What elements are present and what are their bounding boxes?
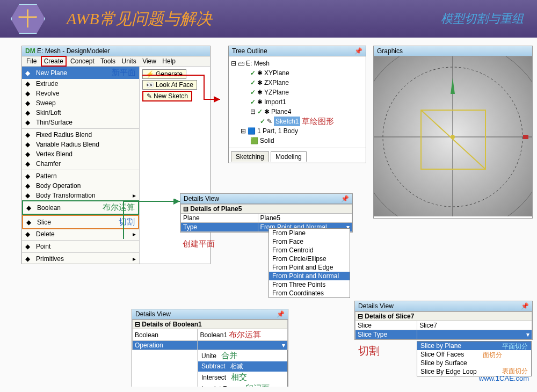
tree-solid[interactable]: Solid <box>260 136 274 146</box>
tree-plane4[interactable]: Plane4 <box>271 107 291 117</box>
tree-item[interactable]: ✓ ✱ ZXPlane <box>231 78 364 88</box>
graphics-panel: Graphics <box>373 46 533 219</box>
slice-type-dropdown[interactable]: Slice by Plane 平面切分Slice Off Faces 面切分Sl… <box>417 341 532 376</box>
menu-item-revolve[interactable]: ◆Revolve <box>22 89 139 98</box>
menu-item-slice[interactable]: ◆Slice 切割 <box>22 215 139 229</box>
tab-modeling[interactable]: Modeling <box>271 151 307 162</box>
item-icon: ◆ <box>25 255 33 263</box>
pin-icon[interactable]: 📌 <box>521 302 529 310</box>
sketch-icon: ✎ <box>267 117 272 126</box>
collapse-icon[interactable]: ⊟ <box>231 59 236 68</box>
watermark: www.1CAE.com <box>479 374 529 382</box>
mesh-icon: 🗃 <box>238 59 244 68</box>
banner: 十 AWB常见问题与解决 模型切割与重组 <box>0 0 537 38</box>
generate-button[interactable]: ⚡Generate <box>142 69 186 79</box>
menu-item-sweep[interactable]: ◆Sweep <box>22 98 139 108</box>
menu-view[interactable]: View <box>140 57 158 66</box>
collapse-icon[interactable]: ⊟ <box>183 205 188 213</box>
item-icon: ◆ <box>25 230 33 238</box>
menu-help[interactable]: Help <box>160 57 178 66</box>
option[interactable]: From Circle/Ellipse <box>269 255 350 263</box>
collapse-icon[interactable]: ⊟ <box>241 126 246 136</box>
option[interactable]: Intersect 相交 <box>198 372 287 383</box>
option[interactable]: Unite 合并 <box>198 350 287 361</box>
plane-icon: ✱ <box>257 78 263 88</box>
dropdown-icon[interactable]: ▾ <box>282 342 285 349</box>
menu-item-variable-radius-blend[interactable]: ◆Variable Radius Blend <box>22 140 139 149</box>
menu-item-extrude[interactable]: ◆Extrude <box>22 79 139 89</box>
menu-tools[interactable]: Tools <box>98 57 118 66</box>
details-table: ⊟ Details of Slice7 SliceSlice7 Slice Ty… <box>355 311 532 339</box>
option[interactable]: From Plane <box>269 229 350 237</box>
tree-title: Tree Outline📌 <box>229 46 366 56</box>
option[interactable]: Imprint Faces 印记面 <box>198 383 287 387</box>
dv-title: Details View📌 <box>355 301 532 311</box>
menu-create[interactable]: Create <box>41 56 67 67</box>
pin-icon[interactable]: 📌 <box>341 195 349 202</box>
menu-item-fixed-radius-blend[interactable]: ◆Fixed Radius Blend <box>22 130 139 140</box>
dv-title: Details View📌 <box>180 194 352 204</box>
tree-parts[interactable]: 1 Part, 1 Body <box>257 126 298 136</box>
tree-item[interactable]: ✓ ✱ YZPlane <box>231 88 364 97</box>
item-icon: ◆ <box>25 160 33 168</box>
new-sketch-button[interactable]: ✎New Sketch <box>142 91 192 101</box>
menu-item-thin-surface[interactable]: ◆Thin/Surface <box>22 118 139 127</box>
plane-icon: ✱ <box>264 107 270 117</box>
tree-item[interactable]: ✓ ✱ XYPlane <box>231 68 364 78</box>
option[interactable]: Subtract 相减 <box>198 361 287 372</box>
submenu-icon: ▸ <box>133 230 136 238</box>
collapse-icon[interactable]: ⊟ <box>250 107 256 117</box>
collapse-icon[interactable]: ⊟ <box>358 313 363 320</box>
pin-icon[interactable]: 📌 <box>277 310 285 318</box>
details-boolean-panel: Details View📌 ⊟ Details of Boolean1 Bool… <box>132 309 288 387</box>
graphics-viewport[interactable] <box>374 56 532 216</box>
option[interactable]: From Three Points <box>269 280 350 289</box>
menu-item-point[interactable]: ◆Point <box>22 242 139 251</box>
collapse-icon[interactable]: ⊟ <box>135 321 140 328</box>
menu-item-skin-loft[interactable]: ◆Skin/Loft <box>22 108 139 118</box>
menu-item-new-plane[interactable]: ◆New Plane 新平面 <box>22 67 139 79</box>
item-icon: ◆ <box>25 99 33 107</box>
check-icon: ✓ <box>260 117 265 126</box>
menu-concept[interactable]: Concept <box>68 57 97 66</box>
menu-item-pattern[interactable]: ◆Pattern <box>22 171 139 181</box>
menu-item-boolean[interactable]: ◆Boolean 布尔运算 <box>22 200 139 215</box>
svg-line-5 <box>421 110 485 169</box>
option[interactable]: From Point and Normal <box>269 272 350 280</box>
menu-item-delete[interactable]: ◆Delete▸ <box>22 229 139 239</box>
tree-item[interactable]: ✓ ✱ Import1 <box>231 97 364 107</box>
tree[interactable]: ⊟ 🗃 E: Mesh ✓ ✱ XYPlane✓ ✱ ZXPlane✓ ✱ YZ… <box>229 56 366 148</box>
tab-sketching[interactable]: Sketching <box>231 151 269 162</box>
menu-file[interactable]: File <box>24 57 39 66</box>
menu-item-body-operation[interactable]: ◆Body Operation <box>22 181 139 191</box>
menubar[interactable]: File Create Concept Tools Units View Hel… <box>22 56 210 67</box>
option[interactable]: Slice by Surface 表面切分 <box>417 359 531 367</box>
menu-item-body-transformation[interactable]: ◆Body Transformation▸ <box>22 191 139 200</box>
tree-sketch[interactable]: Sketch1 <box>274 117 300 126</box>
menu-item-chamfer[interactable]: ◆Chamfer <box>22 159 139 169</box>
slice-annotation: 切割 <box>358 344 380 358</box>
option[interactable]: From Coordinates <box>269 289 350 297</box>
option[interactable]: Slice Off Faces 面切分 <box>417 350 531 359</box>
details-table: ⊟ Details of Boolean1 BooleanBoolean1 布尔… <box>132 320 288 350</box>
plane-type-dropdown[interactable]: From PlaneFrom FaceFrom CentroidFrom Cir… <box>268 228 350 298</box>
look-at-face-button[interactable]: 👀Look At Face <box>142 80 197 90</box>
option[interactable]: From Centroid <box>269 246 350 255</box>
part-icon: 🟦 <box>248 126 256 136</box>
plane-icon: ✱ <box>257 97 263 107</box>
menu-item-primitives[interactable]: ◆Primitives▸ <box>22 254 139 264</box>
option[interactable]: Slice by Plane 平面切分 <box>417 342 531 350</box>
create-menu[interactable]: ◆New Plane 新平面◆Extrude◆Revolve◆Sweep◆Ski… <box>22 67 140 264</box>
option[interactable]: From Point and Edge <box>269 263 350 272</box>
details-slice-panel: Details View📌 ⊟ Details of Slice7 SliceS… <box>354 301 533 340</box>
menu-item-vertex-blend[interactable]: ◆Vertex Blend <box>22 149 139 159</box>
menu-units[interactable]: Units <box>119 57 138 66</box>
dropdown-icon[interactable]: ▾ <box>526 331 529 338</box>
item-icon: ◆ <box>26 204 34 212</box>
option[interactable]: From Face <box>269 237 350 246</box>
tree-root[interactable]: E: Mesh <box>246 59 270 68</box>
solid-icon: 🟩 <box>250 136 258 146</box>
svg-marker-6 <box>451 78 455 94</box>
pin-icon[interactable]: 📌 <box>354 47 362 55</box>
boolean-operation-dropdown[interactable]: Unite 合并Subtract 相减Intersect 相交Imprint F… <box>198 350 288 387</box>
